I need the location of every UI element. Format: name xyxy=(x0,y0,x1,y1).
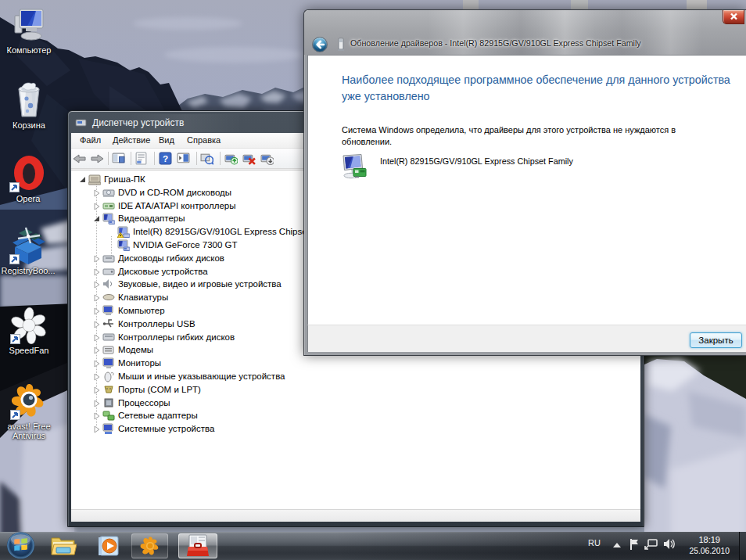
svg-text:?: ? xyxy=(163,153,168,163)
